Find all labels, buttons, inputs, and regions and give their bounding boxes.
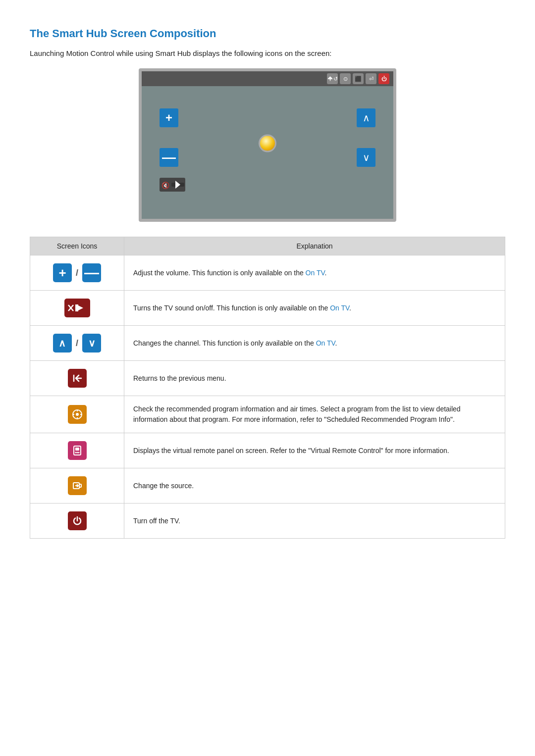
icon-cell-back [30, 361, 124, 396]
explanation-cell-schedule: Check the recommended program informatio… [124, 396, 505, 433]
svg-point-9 [76, 413, 79, 416]
svg-marker-3 [175, 181, 180, 189]
on-tv-link[interactable]: On TV [306, 269, 325, 277]
explanation-cell-mute: Turns the TV sound on/off. This function… [124, 291, 505, 326]
explanation-text: Displays the virtual remote panel on scr… [133, 447, 449, 454]
col-explanation: Explanation [124, 237, 505, 255]
tv-source-icon: ⏎ [366, 73, 376, 84]
table-row: ∧ / ∨ Changes the channel. This function… [30, 326, 505, 361]
tv-ch-down-icon: ∨ [357, 148, 375, 167]
icon-separator: / [76, 338, 78, 349]
explanation-cell-vr: Displays the virtual remote panel on scr… [124, 433, 505, 468]
table-row: Check the recommended program informatio… [30, 396, 505, 433]
svg-point-16 [75, 452, 76, 454]
explanation-text: Changes the channel. This function is on… [133, 339, 337, 347]
icons-table: Screen Icons Explanation + / — Adjust th… [30, 237, 505, 539]
icon-cell-schedule [30, 396, 124, 433]
icon-cell-mute [30, 291, 124, 326]
icon-separator: / [76, 268, 78, 278]
on-tv-link[interactable]: On TV [330, 304, 349, 312]
vol-plus-box: + [53, 263, 72, 282]
icon-cell-source [30, 468, 124, 504]
tv-cursor [259, 134, 276, 152]
intro-text: Launching Motion Control while using Sma… [30, 49, 505, 57]
explanation-cell-power: Turn off the TV. [124, 504, 505, 539]
back-box [68, 369, 87, 388]
explanation-cell-source: Change the source. [124, 468, 505, 504]
tv-vol-plus-icon: + [160, 108, 178, 127]
tv-screen-container: ↺ ↺ ⊙ ⬛ ⏎ ⏻ + — 🔇 ∧ ∨ [30, 68, 505, 222]
tv-schedule-icon: ⊙ [340, 73, 351, 84]
table-row: Returns to the previous menu. [30, 361, 505, 396]
table-row: Turn off the TV. [30, 504, 505, 539]
vol-minus-box: — [82, 263, 101, 282]
explanation-text: Turns the TV sound on/off. This function… [133, 304, 351, 312]
power-box [68, 511, 87, 530]
explanation-cell-back: Returns to the previous menu. [124, 361, 505, 396]
icon-cell-vr [30, 433, 124, 468]
schedule-box [68, 405, 87, 424]
svg-marker-6 [75, 304, 78, 311]
table-header-row: Screen Icons Explanation [30, 237, 505, 255]
svg-text:🔇: 🔇 [161, 181, 170, 190]
icon-cell-volume: + / — [30, 255, 124, 291]
icon-cell-channel: ∧ / ∨ [30, 326, 124, 361]
tv-screen: ↺ ↺ ⊙ ⬛ ⏎ ⏻ + — 🔇 ∧ ∨ [139, 68, 396, 222]
table-row: Change the source. [30, 468, 505, 504]
tv-mute-icon: 🔇 [160, 178, 185, 192]
tv-back-icon: ↺ ↺ [327, 73, 338, 84]
explanation-text: Turn off the TV. [133, 517, 180, 525]
tv-ch-up-icon: ∧ [357, 108, 375, 127]
explanation-text: Check the recommended program informatio… [133, 405, 461, 423]
col-screen-icons: Screen Icons [30, 237, 124, 255]
svg-point-18 [78, 452, 79, 454]
tv-vr-icon: ⬛ [353, 73, 364, 84]
table-row: Displays the virtual remote panel on scr… [30, 433, 505, 468]
svg-point-17 [76, 452, 78, 454]
explanation-text: Returns to the previous menu. [133, 374, 226, 382]
table-row: Turns the TV sound on/off. This function… [30, 291, 505, 326]
page-title: The Smart Hub Screen Composition [30, 27, 505, 40]
explanation-text: Change the source. [133, 482, 194, 490]
tv-power-icon: ⏻ [378, 73, 389, 84]
tv-top-bar: ↺ ↺ ⊙ ⬛ ⏎ ⏻ [142, 71, 393, 86]
mute-box [64, 299, 90, 317]
vr-box [68, 441, 87, 460]
svg-rect-15 [75, 448, 79, 451]
explanation-cell-volume: Adjust the volume. This function is only… [124, 255, 505, 291]
icon-cell-power [30, 504, 124, 539]
explanation-cell-channel: Changes the channel. This function is on… [124, 326, 505, 361]
ch-up-box: ∧ [53, 334, 72, 353]
svg-marker-7 [78, 305, 83, 310]
table-row: + / — Adjust the volume. This function i… [30, 255, 505, 291]
on-tv-link[interactable]: On TV [316, 339, 335, 347]
source-box [68, 476, 87, 495]
tv-vol-minus-icon: — [160, 148, 178, 167]
explanation-text: Adjust the volume. This function is only… [133, 269, 326, 277]
ch-down-box: ∨ [82, 334, 101, 353]
svg-text:↺: ↺ [329, 77, 332, 80]
